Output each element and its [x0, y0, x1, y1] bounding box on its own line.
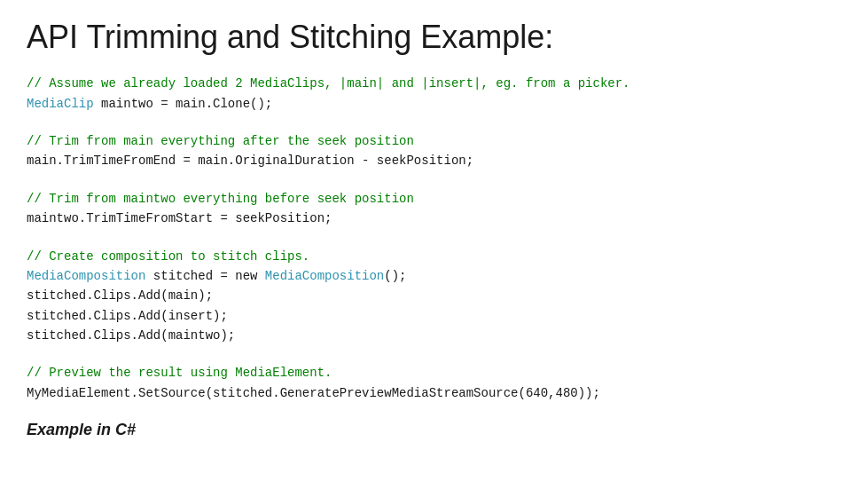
- code-line-3: maintwo.TrimTimeFromStart = seekPosition…: [27, 209, 841, 228]
- code-section-1: // Assume we already loaded 2 MediaClips…: [27, 74, 841, 114]
- code-line-2: main.TrimTimeFromEnd = main.OriginalDura…: [27, 151, 841, 170]
- code-line-1: MediaClip maintwo = main.Clone();: [27, 94, 841, 114]
- example-label: Example in C#: [27, 421, 841, 439]
- code-section-5: // Preview the result using MediaElement…: [27, 363, 841, 403]
- code-line-5: stitched.Clips.Add(main);: [27, 286, 841, 305]
- code-text-4a: stitched = new: [145, 269, 264, 283]
- comment-line-1: // Assume we already loaded 2 MediaClips…: [27, 74, 841, 93]
- code-line-7: stitched.Clips.Add(maintwo);: [27, 326, 841, 345]
- type-mediacomposition-1: MediaComposition: [27, 269, 145, 283]
- type-mediaclip: MediaClip: [27, 97, 94, 111]
- code-section-3: // Trim from maintwo everything before s…: [27, 189, 841, 229]
- type-mediacomposition-2: MediaComposition: [265, 269, 384, 283]
- comment-line-5: // Preview the result using MediaElement…: [27, 363, 841, 383]
- code-text-1: maintwo = main.Clone();: [94, 97, 273, 111]
- code-line-8: MyMediaElement.SetSource(stitched.Genera…: [27, 383, 841, 403]
- code-section-4: // Create composition to stitch clips. M…: [27, 247, 841, 346]
- comment-line-2: // Trim from main everything after the s…: [27, 131, 841, 151]
- code-text-4b: ();: [384, 269, 406, 283]
- code-line-6: stitched.Clips.Add(insert);: [27, 306, 841, 326]
- comment-line-4: // Create composition to stitch clips.: [27, 247, 841, 266]
- comment-line-3: // Trim from maintwo everything before s…: [27, 189, 841, 209]
- code-block: // Assume we already loaded 2 MediaClips…: [27, 74, 841, 403]
- code-section-2: // Trim from main everything after the s…: [27, 131, 841, 171]
- code-line-4: MediaComposition stitched = new MediaCom…: [27, 266, 841, 286]
- page-title: API Trimming and Stitching Example:: [27, 18, 841, 56]
